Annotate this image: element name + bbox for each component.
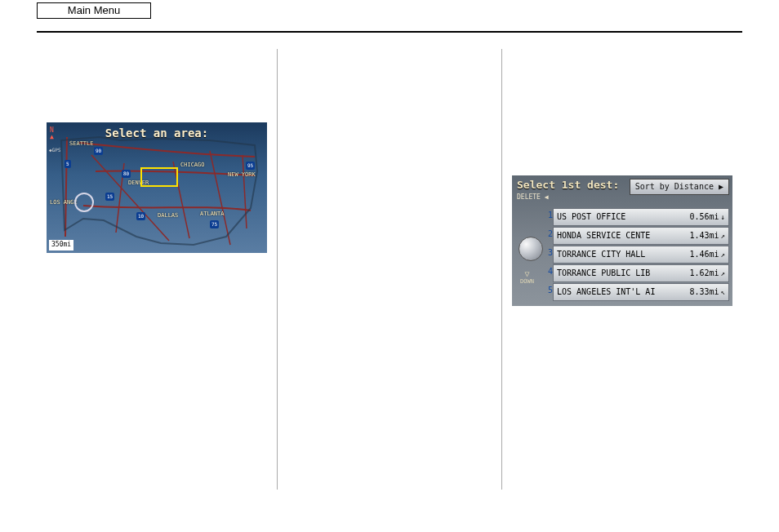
direction-icon: ↓ xyxy=(721,212,725,222)
dest-row[interactable]: US POST OFFICE 0.56mi ↓ xyxy=(553,208,729,226)
shield-80: 80 xyxy=(122,170,131,178)
dest-distance: 0.56mi xyxy=(689,211,719,223)
row-index: 2 xyxy=(545,228,553,240)
city-atlanta: ATLANTA xyxy=(200,211,225,218)
dest-list: US POST OFFICE 0.56mi ↓ HONDA SERVICE CE… xyxy=(553,208,729,302)
column-right: Select 1st dest: DELETE ◀ Sort by Distan… xyxy=(501,49,742,490)
scroll-down-button[interactable]: ▽ DOWN xyxy=(520,270,534,286)
city-chicago: CHICAGO xyxy=(180,162,205,169)
map-selection-box xyxy=(140,167,178,187)
dest-name: TORRANCE CITY HALL xyxy=(557,249,686,260)
shield-10: 10 xyxy=(136,212,145,220)
dest-row[interactable]: TORRANCE PUBLIC LIB 1.62mi ↗ xyxy=(553,264,729,282)
dest-row[interactable]: TORRANCE CITY HALL 1.46mi ↗ xyxy=(553,246,729,264)
dest-distance: 8.33mi xyxy=(689,286,719,298)
city-dallas: DALLAS xyxy=(158,212,178,219)
map-select-area[interactable]: N▲ ◆GPS Select an area: xyxy=(47,122,267,253)
dest-distance: 1.43mi xyxy=(689,230,719,242)
sort-button[interactable]: Sort by Distance ▶ xyxy=(630,179,729,195)
row-index: 3 xyxy=(545,247,553,259)
city-seattle: SEATTLE xyxy=(69,140,94,148)
dest-name: US POST OFFICE xyxy=(557,211,686,223)
city-newyork: NEW YORK xyxy=(228,171,256,179)
dest-name: LOS ANGELES INT'L AI xyxy=(557,286,686,298)
chevron-down-icon: ▽ xyxy=(520,270,534,278)
content-columns: N▲ ◆GPS Select an area: xyxy=(37,49,742,490)
shield-95: 95 xyxy=(246,162,255,170)
direction-icon: ↗ xyxy=(721,268,725,278)
shield-90: 90 xyxy=(94,147,103,155)
dest-header: Select 1st dest: xyxy=(517,178,619,193)
row-index: 4 xyxy=(545,266,553,277)
main-menu-button[interactable]: Main Menu xyxy=(37,2,151,19)
dest-distance: 1.46mi xyxy=(689,249,719,260)
row-index: 1 xyxy=(545,210,553,221)
direction-icon: ↖ xyxy=(721,287,725,297)
header-rule xyxy=(37,31,742,33)
dest-row[interactable]: LOS ANGELES INT'L AI 8.33mi ↖ xyxy=(553,283,729,301)
column-left: N▲ ◆GPS Select an area: xyxy=(37,49,277,490)
shield-5: 5 xyxy=(65,160,71,168)
dest-row[interactable]: HONDA SERVICE CENTE 1.43mi ↗ xyxy=(553,227,729,245)
row-index: 5 xyxy=(545,285,553,296)
city-la: LOS ANGE xyxy=(50,199,78,206)
destination-list-screen: Select 1st dest: DELETE ◀ Sort by Distan… xyxy=(512,175,732,306)
scroll-knob[interactable] xyxy=(519,237,543,261)
shield-15: 15 xyxy=(105,193,114,201)
dest-name: HONDA SERVICE CENTE xyxy=(557,230,686,242)
dest-distance: 1.62mi xyxy=(689,268,719,279)
dest-name: TORRANCE PUBLIC LIB xyxy=(557,268,686,279)
map-vehicle-icon xyxy=(74,193,94,212)
direction-icon: ↗ xyxy=(721,250,725,259)
map-scale: 350mi xyxy=(49,240,73,250)
direction-icon: ↗ xyxy=(721,231,725,241)
column-middle xyxy=(277,49,501,490)
shield-75: 75 xyxy=(210,220,219,228)
delete-button[interactable]: DELETE ◀ xyxy=(517,193,549,202)
